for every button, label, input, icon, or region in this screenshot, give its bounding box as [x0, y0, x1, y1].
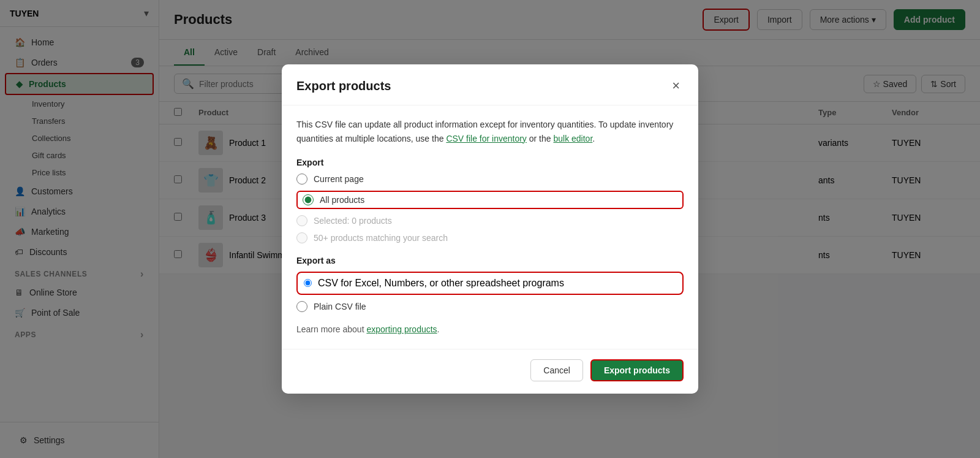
modal-overlay[interactable]: Export products × This CSV file can upda… [0, 0, 980, 458]
bulk-editor-link[interactable]: bulk editor [553, 134, 592, 143]
export-current-page-radio[interactable] [296, 174, 307, 185]
learn-more-text: Learn more about exporting products. [296, 324, 684, 334]
export-csv-excel-radio[interactable] [304, 279, 312, 287]
modal-footer: Cancel Export products [282, 349, 698, 394]
export-option-current-page[interactable]: Current page [296, 174, 684, 185]
export-radio-group: Current page All products Selected: 0 pr… [296, 174, 684, 243]
export-as-label: Export as [296, 256, 684, 265]
export-all-products-radio[interactable] [303, 194, 314, 205]
export-selected-radio[interactable] [296, 215, 307, 226]
cancel-button[interactable]: Cancel [530, 359, 583, 381]
export-as-option-csv-excel[interactable]: CSV for Excel, Numbers, or other spreads… [296, 272, 684, 295]
export-option-all-products[interactable]: All products [296, 191, 684, 209]
export-option-selected[interactable]: Selected: 0 products [296, 215, 684, 226]
export-as-option-plain-csv[interactable]: Plain CSV file [296, 301, 684, 312]
modal-info-text: This CSV file can update all product inf… [296, 118, 684, 145]
modal-body: This CSV file can update all product inf… [282, 105, 698, 349]
exporting-products-link[interactable]: exporting products [366, 324, 437, 334]
export-modal: Export products × This CSV file can upda… [282, 64, 698, 394]
modal-close-button[interactable]: × [668, 77, 684, 95]
export-matching-radio[interactable] [296, 232, 307, 243]
csv-inventory-link[interactable]: CSV file for inventory [446, 134, 527, 143]
export-section-label: Export [296, 158, 684, 167]
export-products-button[interactable]: Export products [590, 359, 684, 381]
export-plain-csv-radio[interactable] [296, 301, 307, 312]
modal-title: Export products [296, 79, 391, 93]
modal-header: Export products × [282, 64, 698, 105]
export-option-matching[interactable]: 50+ products matching your search [296, 232, 684, 243]
export-as-radio-group: CSV for Excel, Numbers, or other spreads… [296, 272, 684, 312]
